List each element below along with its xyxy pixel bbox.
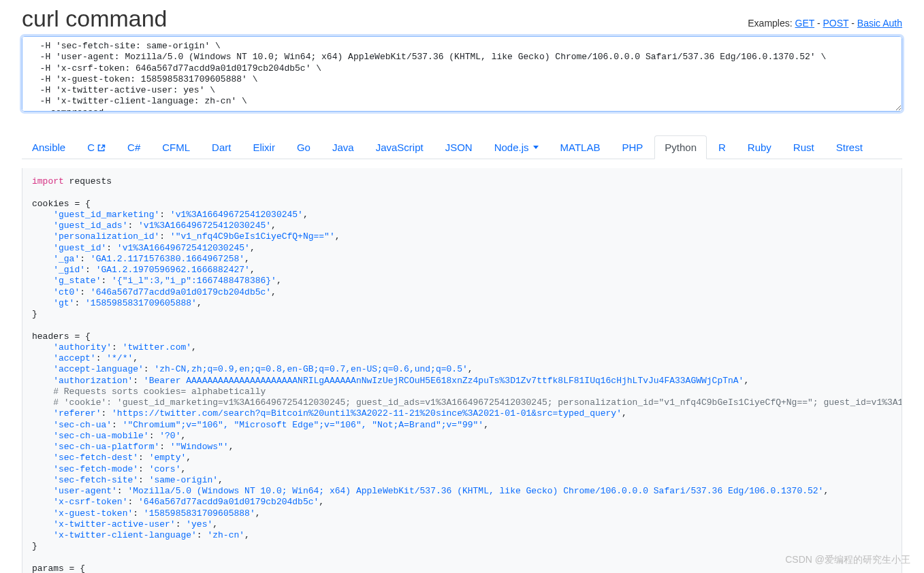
tab-javascript[interactable]: JavaScript bbox=[366, 135, 434, 159]
tab-ansible[interactable]: Ansible bbox=[22, 135, 76, 159]
example-link-get[interactable]: GET bbox=[795, 18, 815, 29]
tab-label: Ansible bbox=[32, 142, 65, 153]
tab-label: Elixir bbox=[253, 142, 275, 153]
tab-label: JSON bbox=[445, 142, 473, 153]
tab-label: R bbox=[718, 142, 726, 153]
tab-java[interactable]: Java bbox=[322, 135, 364, 159]
tab-dart[interactable]: Dart bbox=[202, 135, 241, 159]
curl-input[interactable] bbox=[22, 36, 902, 112]
chevron-down-icon bbox=[533, 146, 539, 149]
tab-strest[interactable]: Strest bbox=[826, 135, 873, 159]
tab-label: Ruby bbox=[748, 142, 771, 153]
tab-json[interactable]: JSON bbox=[435, 135, 483, 159]
tab-nodejs[interactable]: Node.js bbox=[484, 135, 549, 159]
tab-label: Node.js bbox=[494, 142, 529, 153]
tab-rust[interactable]: Rust bbox=[783, 135, 825, 159]
tab-matlab[interactable]: MATLAB bbox=[550, 135, 611, 159]
tab-label: Strest bbox=[836, 142, 863, 153]
tab-php[interactable]: PHP bbox=[611, 135, 653, 159]
tab-label: Java bbox=[332, 142, 354, 153]
tab-label: C# bbox=[127, 142, 140, 153]
tab-r[interactable]: R bbox=[708, 135, 736, 159]
example-link-post[interactable]: POST bbox=[823, 18, 849, 29]
tab-label: MATLAB bbox=[560, 142, 601, 153]
language-tabs: AnsibleCC#CFMLDartElixirGoJavaJavaScript… bbox=[22, 135, 902, 159]
tab-label: CFML bbox=[162, 142, 190, 153]
example-link-basicauth[interactable]: Basic Auth bbox=[857, 18, 902, 29]
tab-c[interactable]: C bbox=[77, 135, 116, 159]
tab-elixir[interactable]: Elixir bbox=[242, 135, 285, 159]
tab-label: Dart bbox=[212, 142, 231, 153]
tab-label: JavaScript bbox=[376, 142, 424, 153]
tab-label: PHP bbox=[622, 142, 643, 153]
tab-label: C bbox=[87, 142, 95, 153]
page-title: curl command bbox=[22, 5, 168, 32]
tab-label: Rust bbox=[793, 142, 814, 153]
tab-go[interactable]: Go bbox=[287, 135, 321, 159]
tab-cfml[interactable]: CFML bbox=[152, 135, 200, 159]
code-output: import requests cookies = { 'guest_id_ma… bbox=[22, 168, 902, 573]
examples-block: Examples: GET - POST - Basic Auth bbox=[748, 18, 902, 29]
tab-c[interactable]: C# bbox=[117, 135, 150, 159]
tab-python[interactable]: Python bbox=[654, 135, 707, 159]
tab-label: Go bbox=[297, 142, 310, 153]
tab-label: Python bbox=[665, 142, 697, 153]
tab-ruby[interactable]: Ruby bbox=[737, 135, 782, 159]
external-link-icon bbox=[97, 144, 106, 152]
examples-label: Examples: bbox=[748, 18, 792, 29]
